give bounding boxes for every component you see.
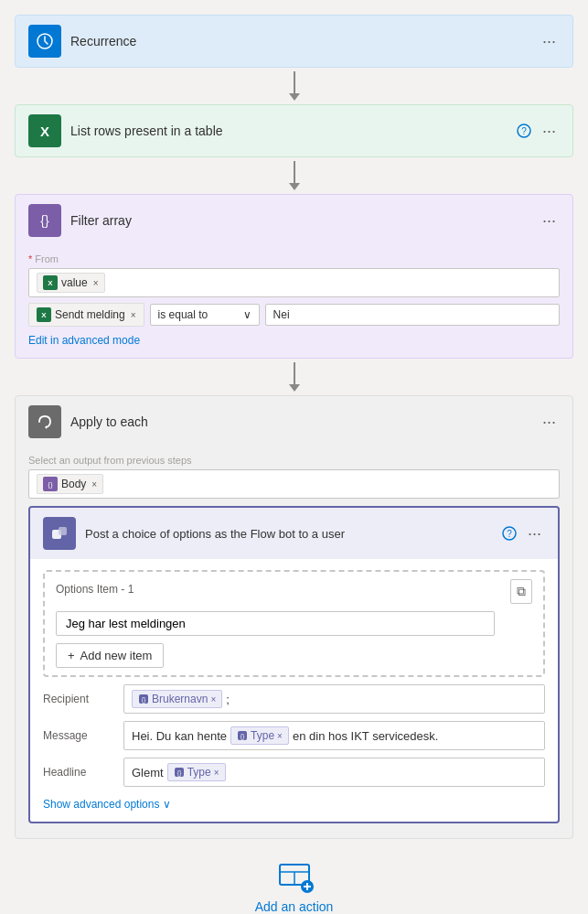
brukernavn-tag: {} Brukernavn ×: [132, 690, 222, 708]
add-action-btn[interactable]: Add an action: [255, 861, 334, 914]
from-input[interactable]: X value ×: [28, 268, 560, 297]
headline-input[interactable]: Glemt {} Type ×: [123, 758, 545, 787]
tag-excel-icon: X: [43, 275, 58, 290]
apply-actions: ···: [539, 411, 560, 434]
list-rows-actions: ? ···: [517, 120, 560, 143]
add-action-container: Add an action: [255, 861, 334, 914]
apply-body: Select an output from previous steps {} …: [16, 447, 572, 838]
options-item-input[interactable]: [56, 611, 495, 636]
add-action-label: Add an action: [255, 899, 334, 914]
options-item-label: Options Item - 1: [56, 583, 134, 596]
value-tag-close[interactable]: ×: [93, 278, 99, 288]
message-label: Message: [43, 729, 116, 742]
select-output-label: Select an output from previous steps: [28, 455, 560, 466]
svg-text:{}: {}: [176, 769, 181, 777]
apply-more-btn[interactable]: ···: [539, 411, 560, 434]
add-new-item-btn[interactable]: + Add new item: [56, 643, 164, 668]
post-choice-header: Post a choice of options as the Flow bot…: [30, 508, 558, 559]
condition-operator-dropdown[interactable]: is equal to ∨: [150, 304, 260, 326]
teams-icon: [43, 517, 76, 550]
condition-excel-icon: X: [37, 307, 51, 322]
list-rows-card: X List rows present in a table ? ···: [15, 104, 573, 157]
svg-text:{}: {}: [241, 733, 245, 740]
value-tag: X value ×: [37, 273, 105, 293]
recurrence-title: Recurrence: [70, 34, 529, 48]
body-tag-icon: {}: [43, 477, 58, 491]
svg-text:{}: {}: [142, 696, 146, 704]
recurrence-actions: ···: [539, 30, 560, 53]
filter-more-btn[interactable]: ···: [539, 210, 560, 232]
post-choice-more-btn[interactable]: ···: [524, 522, 545, 545]
post-choice-body: Options Item - 1 ⧉ + Add new item: [30, 559, 558, 822]
apply-icon: [28, 405, 61, 438]
filter-card: {} Filter array ··· * From X value × X: [15, 194, 573, 359]
dropdown-chevron: ∨: [243, 308, 251, 321]
list-rows-help-btn[interactable]: ?: [517, 124, 531, 138]
headline-type-tag-close[interactable]: ×: [214, 768, 219, 778]
condition-tag-close[interactable]: ×: [131, 310, 136, 320]
plus-icon: +: [68, 649, 75, 662]
post-choice-title: Post a choice of options as the Flow bot…: [85, 527, 493, 541]
recurrence-header: Recurrence ···: [16, 16, 572, 67]
message-type-tag: {} Type ×: [230, 726, 289, 745]
headline-type-tag: {} Type ×: [167, 763, 226, 781]
list-rows-header: X List rows present in a table ? ···: [16, 105, 572, 156]
condition-tag: X Sendt melding ×: [28, 303, 144, 327]
options-item-row: Options Item - 1 ⧉: [56, 579, 532, 604]
message-type-tag-close[interactable]: ×: [277, 731, 283, 741]
list-rows-title: List rows present in a table: [70, 124, 508, 138]
headline-row: Headline Glemt {} Type ×: [43, 758, 545, 787]
headline-label: Headline: [43, 766, 116, 779]
brukernavn-tag-close[interactable]: ×: [210, 694, 216, 704]
excel-icon: X: [28, 114, 61, 147]
recipient-label: Recipient: [43, 693, 116, 705]
add-action-icon: [273, 861, 316, 894]
post-choice-card: Post a choice of options as the Flow bot…: [28, 506, 560, 823]
options-item-copy-btn[interactable]: ⧉: [510, 579, 532, 604]
filter-title: Filter array: [70, 213, 529, 228]
options-dashed-area: Options Item - 1 ⧉ + Add new item: [43, 570, 545, 677]
post-choice-help-btn[interactable]: ?: [502, 526, 517, 541]
flow-canvas: Recurrence ··· X List rows present in a …: [15, 15, 573, 914]
filter-body: * From X value × X Sendt melding × is eq…: [16, 246, 572, 358]
chevron-down-icon: ∨: [163, 798, 171, 811]
apply-card: Apply to each ··· Select an output from …: [15, 395, 573, 839]
post-choice-actions: ? ···: [502, 522, 545, 545]
recipient-row: Recipient {} Brukernavn × ;: [43, 684, 545, 714]
filter-icon: {}: [28, 204, 61, 237]
filter-actions: ···: [539, 210, 560, 232]
apply-title: Apply to each: [70, 414, 529, 429]
svg-text:?: ?: [507, 529, 512, 539]
list-rows-more-btn[interactable]: ···: [539, 120, 560, 143]
show-advanced-link[interactable]: Show advanced options ∨: [43, 798, 545, 811]
options-item-input-row: [56, 611, 532, 636]
svg-text:?: ?: [521, 126, 527, 136]
filter-condition-row: X Sendt melding × is equal to ∨ Nei: [28, 303, 560, 327]
message-row: Message Hei. Du kan hente {} Type × en d…: [43, 721, 545, 750]
output-input[interactable]: {} Body ×: [28, 469, 560, 499]
filter-header: {} Filter array ···: [16, 195, 572, 246]
body-tag: {} Body ×: [37, 474, 103, 494]
svg-rect-5: [59, 527, 67, 535]
condition-value[interactable]: Nei: [265, 304, 560, 326]
arrow-3: [289, 359, 300, 395]
arrow-1: [289, 68, 300, 104]
recurrence-more-btn[interactable]: ···: [539, 30, 560, 53]
recurrence-icon: [28, 25, 61, 58]
edit-advanced-link[interactable]: Edit in advanced mode: [28, 334, 140, 347]
from-label: * From: [28, 253, 560, 264]
body-tag-close[interactable]: ×: [91, 479, 97, 489]
apply-header: Apply to each ···: [16, 396, 572, 447]
message-input[interactable]: Hei. Du kan hente {} Type × en din hos I…: [123, 721, 545, 750]
arrow-2: [289, 157, 300, 194]
recurrence-card: Recurrence ···: [15, 15, 573, 68]
add-new-item-row: + Add new item: [56, 643, 532, 668]
recipient-input[interactable]: {} Brukernavn × ;: [123, 684, 545, 714]
